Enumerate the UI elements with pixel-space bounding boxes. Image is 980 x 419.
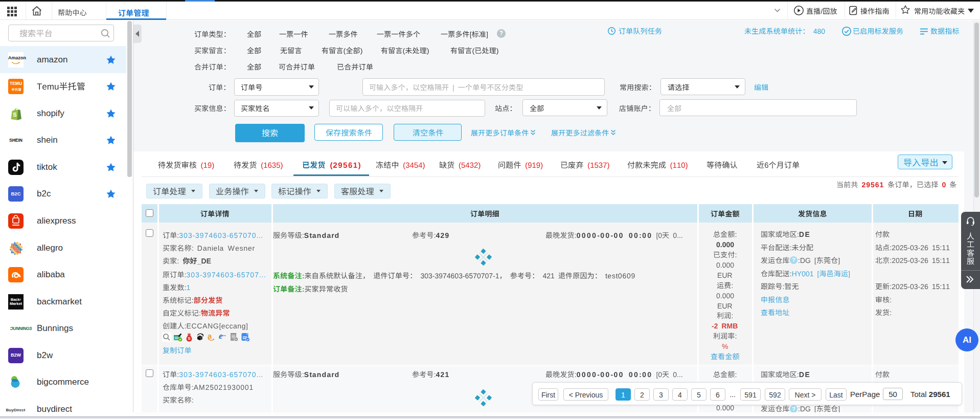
svg-text:S: S [188, 336, 190, 341]
svg-text:S: S [13, 112, 16, 118]
